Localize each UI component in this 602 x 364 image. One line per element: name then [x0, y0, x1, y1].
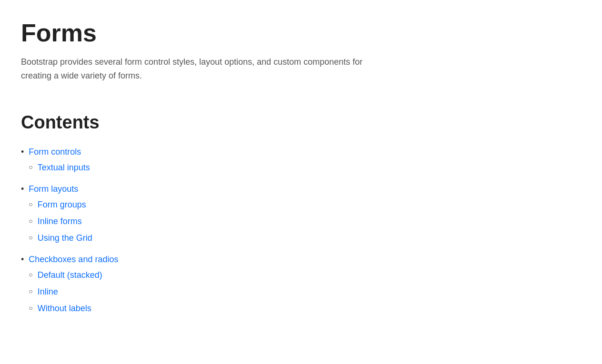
link-form-layouts[interactable]: Form layouts: [29, 183, 92, 196]
bullet-circle-7: ○: [29, 302, 32, 314]
link-inline-forms[interactable]: Inline forms: [38, 215, 82, 228]
list-item-textual-inputs: ○ Textual inputs: [29, 161, 90, 174]
list-item-without-labels: ○ Without labels: [29, 302, 118, 315]
bullet-circle-3: ○: [29, 215, 32, 227]
list-item-form-layouts: • Form layouts ○ Form groups ○ Inline fo…: [21, 183, 581, 248]
sub-list-form-layouts: ○ Form groups ○ Inline forms ○ Using the…: [29, 198, 92, 248]
link-without-labels[interactable]: Without labels: [38, 302, 91, 315]
list-item-inline-forms: ○ Inline forms: [29, 215, 92, 228]
bullet-dot-2: •: [21, 183, 24, 196]
bullet-circle-6: ○: [29, 285, 32, 297]
bullet-dot-1: •: [21, 146, 24, 158]
sub-list-checkboxes-and-radios: ○ Default (stacked) ○ Inline ○ Without l…: [29, 269, 118, 319]
contents-heading: Contents: [21, 109, 581, 136]
list-item-inline: ○ Inline: [29, 285, 118, 298]
bullet-circle-4: ○: [29, 232, 32, 244]
contents-list: • Form controls ○ Textual inputs • Form …: [21, 146, 581, 319]
list-item-form-controls: • Form controls ○ Textual inputs: [21, 146, 581, 178]
list-item-form-groups: ○ Form groups: [29, 198, 92, 211]
sub-list-form-controls: ○ Textual inputs: [29, 161, 90, 178]
list-item-default-stacked: ○ Default (stacked): [29, 269, 118, 282]
link-form-groups[interactable]: Form groups: [38, 198, 86, 211]
link-inline[interactable]: Inline: [38, 285, 58, 298]
link-using-the-grid[interactable]: Using the Grid: [38, 232, 92, 245]
bullet-dot-3: •: [21, 253, 24, 266]
link-checkboxes-and-radios[interactable]: Checkboxes and radios: [29, 253, 118, 266]
page-description: Bootstrap provides several form control …: [21, 55, 383, 83]
page-title: Forms: [21, 19, 581, 48]
link-default-stacked[interactable]: Default (stacked): [38, 269, 102, 282]
bullet-circle-1: ○: [29, 161, 32, 173]
bullet-circle-5: ○: [29, 269, 32, 281]
link-textual-inputs[interactable]: Textual inputs: [38, 161, 90, 174]
list-item-checkboxes-and-radios: • Checkboxes and radios ○ Default (stack…: [21, 253, 581, 319]
list-item-using-the-grid: ○ Using the Grid: [29, 232, 92, 245]
link-form-controls[interactable]: Form controls: [29, 146, 90, 158]
bullet-circle-2: ○: [29, 198, 32, 210]
